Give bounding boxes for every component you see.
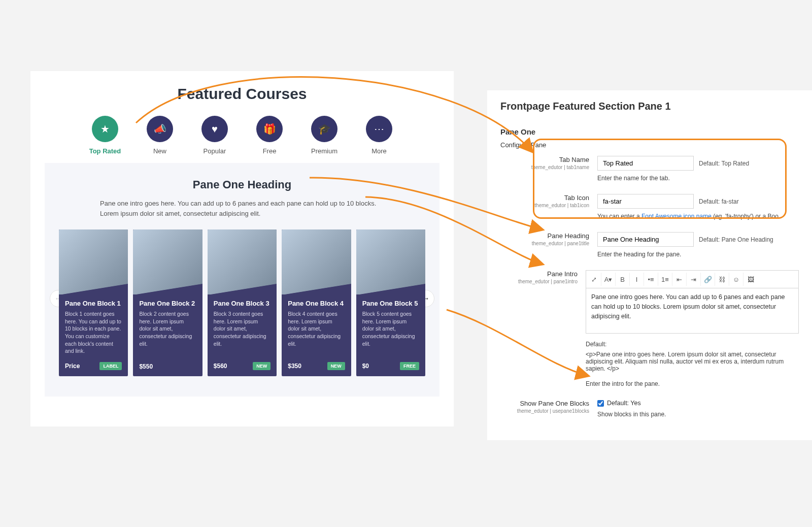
block-title: Pane One Block 2	[139, 300, 196, 307]
block-desc: Block 3 content goes here. Lorem ipsum d…	[214, 310, 270, 355]
show-blocks-label: Show Pane One Blocks	[500, 400, 589, 407]
tab-label: More	[371, 147, 387, 155]
tab-name-default: Default: Top Rated	[699, 160, 749, 167]
block-price: Price	[65, 363, 80, 370]
tab-new[interactable]: 📣New	[144, 116, 176, 155]
pane-intro-label: Pane Intro	[500, 270, 578, 278]
block-price: $0	[362, 363, 369, 370]
field-pane-heading: Pane Heading theme_edutor | pane1title D…	[500, 232, 799, 266]
show-blocks-checkbox[interactable]	[597, 400, 604, 407]
tab-icon-helper: You can enter a Font Awesome icon name (…	[597, 213, 799, 220]
preview-panel: Featured Courses ★Top Rated📣New♥Popular🎁…	[30, 71, 454, 426]
expand-icon[interactable]: ⤢	[587, 273, 601, 286]
course-block[interactable]: Pane One Block 5Block 5 content goes her…	[356, 229, 425, 376]
tab-icon-helper-post: (eg. 'fa-trophy') or a Boo	[712, 213, 779, 220]
heart-icon: ♥	[201, 116, 228, 142]
show-blocks-helper: Show blocks in this pane.	[597, 411, 799, 418]
block-desc: Block 2 content goes here. Lorem ipsum d…	[139, 310, 196, 356]
tab-premium[interactable]: 🎓Premium	[308, 116, 341, 155]
pane-heading-input[interactable]	[597, 232, 694, 247]
tab-label: Popular	[204, 147, 226, 155]
tab-name-input[interactable]	[597, 156, 694, 171]
bold-icon[interactable]: B	[616, 273, 630, 286]
settings-title: Frontpage Featured Section Pane 1	[500, 101, 799, 112]
configure-pane-label: Configure Pane	[500, 141, 799, 149]
block-image	[208, 229, 277, 294]
show-blocks-meta: theme_edutor | usepane1blocks	[500, 408, 589, 414]
gift-icon: 🎁	[256, 116, 283, 142]
tab-icon-meta: theme_edutor | tab1icon	[500, 203, 589, 208]
block-badge: NEW	[253, 362, 270, 370]
image-icon[interactable]: 🖼	[743, 273, 758, 286]
field-tab-icon: Tab Icon theme_edutor | tab1icon Default…	[500, 194, 799, 228]
tab-free[interactable]: 🎁Free	[253, 116, 286, 155]
tab-icon-label: Tab Icon	[500, 194, 589, 202]
tab-icon-default: Default: fa-star	[699, 198, 739, 205]
block-title: Pane One Block 5	[362, 300, 419, 307]
block-desc: Block 1 content goes here. You can add u…	[65, 310, 122, 355]
pane-intro-meta: theme_edutor | pane1intro	[500, 279, 578, 284]
block-title: Pane One Block 3	[214, 300, 270, 307]
pane-heading-meta: theme_edutor | pane1title	[500, 241, 589, 246]
pane-heading-default: Default: Pane One Heading	[699, 236, 773, 243]
block-image	[59, 229, 128, 294]
tab-name-helper: Enter the name for the tab.	[597, 175, 799, 182]
pane-body: Pane One Heading Pane one intro goes her…	[45, 163, 439, 397]
tab-name-label: Tab Name	[500, 156, 589, 163]
indent-icon[interactable]: ⇤	[672, 273, 687, 286]
tab-top-rated[interactable]: ★Top Rated	[89, 116, 121, 155]
tab-icon-input[interactable]	[597, 194, 694, 209]
outdent-icon[interactable]: ⇥	[687, 273, 701, 286]
block-badge: LABEL	[99, 362, 122, 370]
block-image	[282, 229, 351, 294]
tab-more[interactable]: ⋯More	[363, 116, 395, 155]
field-show-blocks: Show Pane One Blocks theme_edutor | usep…	[500, 400, 799, 426]
field-pane-intro: Pane Intro theme_edutor | pane1intro ⤢A▾…	[500, 270, 799, 396]
tab-icon-helper-pre: You can enter a	[597, 213, 641, 220]
link-icon[interactable]: 🔗	[701, 273, 715, 286]
tabs-row: ★Top Rated📣New♥Popular🎁Free🎓Premium⋯More	[45, 116, 439, 155]
emoji-icon[interactable]: ☺	[729, 273, 743, 286]
tab-label: Top Rated	[89, 147, 121, 155]
course-block[interactable]: Pane One Block 4Block 4 content goes her…	[282, 229, 351, 376]
font-awesome-link[interactable]: Font Awesome icon name	[641, 213, 712, 220]
grad-cap-icon: 🎓	[311, 116, 337, 142]
pane-heading-label: Pane Heading	[500, 232, 589, 240]
pane-intro-editor[interactable]: Pane one intro goes here. You can add up…	[586, 288, 799, 334]
pane-intro-default-label: Default:	[586, 341, 799, 348]
preview-title: Featured Courses	[45, 85, 439, 103]
block-badge: NEW	[327, 362, 345, 370]
pane-intro: Pane one intro goes here. You can add up…	[100, 199, 384, 218]
tab-label: Premium	[311, 147, 337, 155]
ol-icon[interactable]: 1≡	[658, 273, 672, 286]
italic-icon[interactable]: I	[630, 273, 644, 286]
block-title: Pane One Block 4	[288, 300, 345, 307]
blocks-row: Pane One Block 1Block 1 content goes her…	[59, 229, 425, 376]
unlink-icon[interactable]: ⛓	[715, 273, 729, 286]
pane-intro-default-html: <p>Pane one intro goes here. Lorem ipsum…	[586, 351, 799, 372]
course-block[interactable]: Pane One Block 3Block 3 content goes her…	[208, 229, 277, 376]
tab-label: New	[153, 147, 166, 155]
bullhorn-icon: 📣	[147, 116, 173, 142]
ul-icon[interactable]: •≡	[644, 273, 658, 286]
font-family-icon[interactable]: A▾	[601, 273, 616, 286]
block-price: $350	[288, 363, 301, 370]
block-price: $550	[139, 363, 153, 370]
settings-subtitle: Pane One	[500, 127, 799, 136]
show-blocks-default: Default: Yes	[607, 400, 641, 407]
block-desc: Block 4 content goes here. Lorem ipsum d…	[288, 310, 345, 355]
block-badge: FREE	[400, 362, 419, 370]
pane-heading-helper: Enter the heading for the pane.	[597, 251, 799, 258]
pane-heading: Pane One Heading	[59, 178, 425, 191]
more-icon: ⋯	[366, 116, 392, 142]
course-block[interactable]: Pane One Block 2Block 2 content goes her…	[133, 229, 202, 376]
block-price: $560	[214, 363, 227, 370]
star-icon: ★	[92, 116, 118, 142]
field-tab-name: Tab Name theme_edutor | tab1name Default…	[500, 156, 799, 190]
editor-toolbar: ⤢A▾BI•≡1≡⇤⇥🔗⛓☺🖼	[586, 270, 799, 288]
block-image	[133, 229, 202, 294]
tab-popular[interactable]: ♥Popular	[198, 116, 231, 155]
tab-label: Free	[263, 147, 277, 155]
course-block[interactable]: Pane One Block 1Block 1 content goes her…	[59, 229, 128, 376]
block-title: Pane One Block 1	[65, 300, 122, 307]
